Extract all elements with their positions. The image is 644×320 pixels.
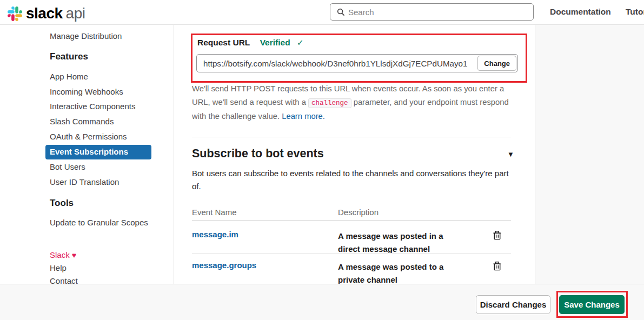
event-description: A message was posted to a private channe… [338, 261, 460, 284]
search-icon [337, 8, 345, 16]
chevron-down-icon[interactable]: ▼ [507, 150, 514, 158]
request-url-field[interactable]: https://botsify.com/slack/webhook/D3nef0… [196, 54, 518, 72]
request-url-help-text: We'll send HTTP POST requests to this UR… [192, 82, 512, 123]
verified-status: Verified [260, 38, 290, 47]
event-description: A message was posted in a direct message… [338, 230, 460, 256]
sidebar: Manage Distribution Features App Home In… [0, 25, 174, 284]
nav-tutorials[interactable]: Tutorials [626, 7, 644, 17]
learn-more-link[interactable]: Learn more. [282, 112, 325, 121]
logo-text-slack: slack [26, 5, 63, 22]
logo-text-api: api [66, 5, 85, 22]
save-bar: Discard Changes Save Changes [0, 284, 644, 320]
slack-api-logo[interactable]: slackapi [8, 5, 85, 22]
subscribe-bot-events-description: Bot users can subscribe to events relate… [192, 167, 510, 193]
change-url-button[interactable]: Change [477, 56, 516, 71]
discard-changes-button[interactable]: Discard Changes [476, 295, 550, 314]
search-input[interactable] [348, 8, 521, 17]
sidebar-item-help[interactable]: Help [50, 262, 67, 274]
top-header: slackapi Documentation Tutorials [0, 0, 644, 25]
column-header-description: Description [338, 208, 379, 217]
event-link-message-im[interactable]: message.im [192, 230, 238, 239]
save-changes-button[interactable]: Save Changes [559, 295, 625, 314]
nav-documentation[interactable]: Documentation [550, 7, 611, 17]
subscribe-bot-events-title: Subscribe to bot events [192, 147, 324, 161]
slack-logo-icon [8, 6, 22, 21]
sidebar-item-event-subscriptions[interactable]: Event Subscriptions [45, 145, 151, 159]
sidebar-item-user-id-translation[interactable]: User ID Translation [50, 176, 119, 188]
sidebar-item-manage-distribution[interactable]: Manage Distribution [50, 30, 122, 42]
request-url-value[interactable]: https://botsify.com/slack/webhook/D3nef0… [197, 59, 489, 68]
main-content: Request URL Verified ✓ https://botsify.c… [174, 25, 535, 284]
sidebar-item-incoming-webhooks[interactable]: Incoming Webhooks [50, 86, 123, 98]
search-box[interactable] [330, 3, 534, 21]
request-url-label: Request URL [197, 38, 250, 47]
table-row-divider [192, 253, 511, 254]
sidebar-section-tools: Tools [50, 197, 74, 209]
sidebar-item-interactive-components[interactable]: Interactive Components [50, 101, 135, 112]
check-icon: ✓ [297, 38, 304, 47]
heart-icon: ♥ [72, 251, 76, 259]
sidebar-item-bot-users[interactable]: Bot Users [50, 161, 85, 173]
sidebar-section-features: Features [50, 51, 88, 63]
sidebar-item-app-home[interactable]: App Home [50, 71, 88, 83]
table-header-divider [192, 221, 511, 221]
sidebar-item-slack-home[interactable]: Slack♥ [50, 249, 76, 261]
trash-icon[interactable] [492, 230, 502, 241]
sidebar-item-update-granular-scopes[interactable]: Update to Granular Scopes [50, 217, 148, 229]
challenge-code-chip: challenge [308, 98, 351, 108]
event-link-message-groups[interactable]: message.groups [192, 261, 256, 270]
sidebar-item-oauth-permissions[interactable]: OAuth & Permissions [50, 131, 127, 143]
section-divider [192, 137, 511, 137]
trash-icon[interactable] [492, 261, 502, 271]
column-header-event-name: Event Name [192, 208, 237, 217]
sidebar-item-slash-commands[interactable]: Slash Commands [50, 116, 114, 128]
